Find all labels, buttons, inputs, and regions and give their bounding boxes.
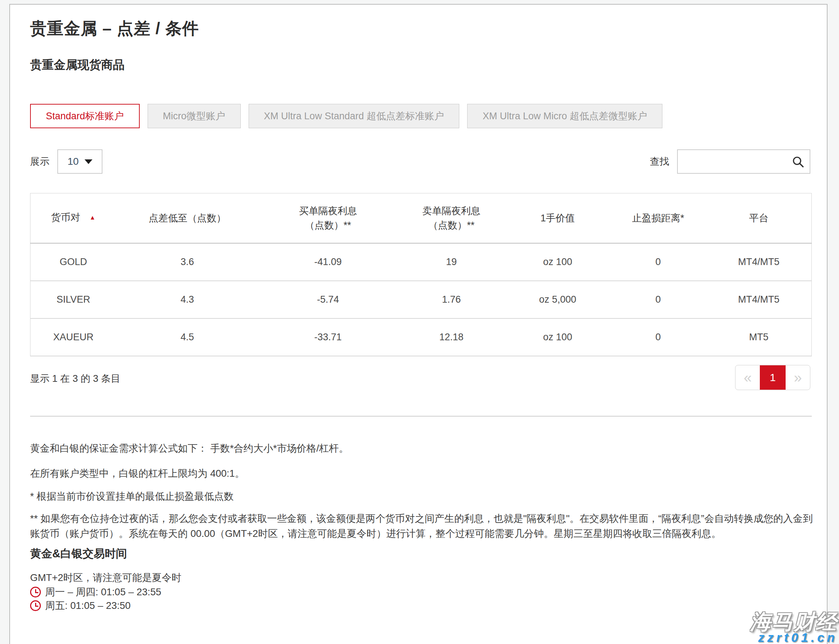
spread-cell: 3.6 [116,243,258,281]
show-entries-label: 展示 [30,155,49,168]
show-entries-group: 展示 10 [30,150,102,174]
leverage-note: 在所有账户类型中，白银的杠杆上限均为 400:1。 [30,466,817,481]
stop-level-cell: 0 [610,319,706,356]
platform-cell: MT4/MT5 [706,243,811,281]
search-input[interactable] [678,150,809,173]
sort-asc-icon: ▲ [90,210,95,225]
symbol-cell: SILVER [30,281,117,319]
table-row-silver: SILVER 4.3 -5.74 1.76 oz 5,000 0 MT4/MT5 [30,281,812,319]
symbol-cell: GOLD [30,243,117,281]
symbol-cell: XAUEUR [30,319,117,356]
stop-level-cell: 0 [610,243,706,281]
column-header-stop-level[interactable]: 止盈损距离* [610,194,706,243]
instruments-table: 货币对▲ 点差低至（点数） 买单隔夜利息（点数）** 卖单隔夜利息（点数）** … [30,193,812,356]
clock-icon [30,600,41,611]
tab-ultra-low-micro-account[interactable]: XM Ultra Low Micro 超低点差微型账户 [467,104,662,128]
page-title: 贵重金属 – 点差 / 条件 [30,18,199,39]
search-box [677,150,810,174]
hours-row-mon-thu: 周一 – 周四: 01:05 – 23:55 [30,586,161,598]
swap-long-cell: -33.71 [258,319,397,356]
mon-thu-hours: 周一 – 周四: 01:05 – 23:55 [45,586,161,598]
search-group: 查找 [650,150,810,174]
column-header-label: 货币对 [51,212,80,223]
pagination-prev-button[interactable]: « [735,365,760,390]
table-header-row: 货币对▲ 点差低至（点数） 买单隔夜利息（点数）** 卖单隔夜利息（点数）** … [30,194,812,243]
pagination: « 1 » [735,365,810,390]
page-size-value: 10 [67,156,79,167]
content-panel: 贵重金属 – 点差 / 条件 贵重金属现货商品 Standard标准账户 Mic… [9,4,827,644]
stop-level-footnote: * 根据当前市价设置挂单的最低止损盈最低点数 [30,489,817,504]
clock-icon [30,587,41,598]
stop-level-cell: 0 [610,281,706,319]
spread-cell: 4.5 [116,319,258,356]
swap-long-cell: -5.74 [258,281,397,319]
column-header-spread[interactable]: 点差低至（点数） [116,194,258,243]
double-chevron-left-icon: « [744,370,752,385]
search-label: 查找 [650,155,669,168]
timezone-note: GMT+2时区，请注意可能是夏令时 [30,571,181,584]
entries-summary: 显示 1 在 3 的 3 条目 [30,372,120,385]
account-type-tabs: Standard标准账户 Micro微型账户 XM Ultra Low Stan… [30,104,662,128]
lot-value-cell: oz 5,000 [505,281,610,319]
watermark-site: zzrt01.cn [758,630,837,644]
column-header-lot-value[interactable]: 1手价值 [505,194,610,243]
table-row-xaueur: XAUEUR 4.5 -33.71 12.18 oz 100 0 MT5 [30,319,812,356]
trading-hours-heading: 黄金&白银交易时间 [30,546,127,561]
column-header-platform[interactable]: 平台 [706,194,811,243]
double-chevron-right-icon: » [794,370,802,385]
table-row-gold: GOLD 3.6 -41.09 19 oz 100 0 MT4/MT5 [30,243,812,281]
pagination-next-button[interactable]: » [786,365,810,390]
chevron-down-icon [84,159,92,164]
platform-cell: MT4/MT5 [706,281,811,319]
hours-row-friday: 周五: 01:05 – 23:50 [30,599,131,612]
column-header-swap-long[interactable]: 买单隔夜利息（点数）** [258,194,397,243]
divider [30,416,812,417]
swap-short-cell: 19 [398,243,505,281]
column-header-swap-short[interactable]: 卖单隔夜利息（点数）** [398,194,505,243]
swap-short-cell: 1.76 [398,281,505,319]
page: 贵重金属 – 点差 / 条件 贵重金属现货商品 Standard标准账户 Mic… [0,0,839,644]
friday-hours: 周五: 01:05 – 23:50 [45,599,131,612]
tab-ultra-low-standard-account[interactable]: XM Ultra Low Standard 超低点差标准账户 [248,104,460,128]
page-size-select[interactable]: 10 [57,150,102,174]
swap-short-cell: 12.18 [398,319,505,356]
swap-footnote: ** 如果您有仓位持仓过夜的话，那么您会支付或者获取一些金额，该金额便是两个货币… [30,511,817,541]
search-icon [792,156,804,168]
column-header-symbol[interactable]: 货币对▲ [30,194,117,243]
section-subtitle: 贵重金属现货商品 [30,57,125,73]
tab-micro-account[interactable]: Micro微型账户 [148,104,241,128]
swap-long-cell: -41.09 [258,243,397,281]
lot-value-cell: oz 100 [505,243,610,281]
lot-value-cell: oz 100 [505,319,610,356]
tab-standard-account[interactable]: Standard标准账户 [30,104,140,128]
pagination-page-1[interactable]: 1 [760,365,786,390]
platform-cell: MT5 [706,319,811,356]
spread-cell: 4.3 [116,281,258,319]
margin-formula-note: 黄金和白银的保证金需求计算公式如下： 手数*合约大小*市场价格/杠杆。 [30,441,817,456]
table-controls: 展示 10 查找 [30,150,810,174]
